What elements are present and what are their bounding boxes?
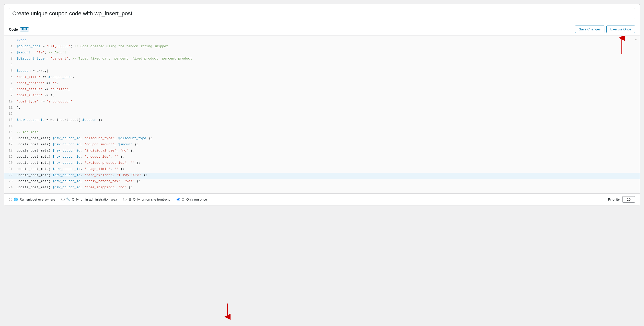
line-content: // Add meta [17,130,640,136]
help-icon[interactable]: ? [635,38,637,43]
line-content: $discount_type = 'percent'; // Type: fix… [17,56,640,62]
run-admin-option[interactable]: 🔧 Only run in administration area [61,197,117,201]
run-once-label: Only run once [186,197,207,201]
run-once-option[interactable]: ⏱ Only run once [177,197,207,201]
line-number: 12 [4,111,17,118]
execute-once-button[interactable]: Execute Once [606,26,635,33]
line-number: 8 [4,87,17,93]
line-number: 20 [4,160,17,167]
line-number: 7 [4,81,17,87]
title-bar [4,4,640,23]
line-content: <?php [17,38,640,44]
code-line-3: 3 $discount_type = 'percent'; // Type: f… [4,56,640,62]
code-line-8: 8 'post_status' => 'publish', [4,87,640,93]
run-everywhere-label: Run snippet everywhere [19,197,55,201]
clock-icon: ⏱ [181,197,185,201]
code-line-7: 7 'post_content' => '', [4,81,640,87]
priority-input[interactable] [622,196,635,203]
code-line-11: 11 ); [4,105,640,111]
run-everywhere-option[interactable]: 🌐 Run snippet everywhere [9,197,55,201]
line-content: update_post_meta( $new_coupon_id, 'apply… [17,179,640,185]
line-content: 'post_author' => 1, [17,93,640,99]
code-line-12: 12 [4,111,640,118]
run-once-radio[interactable] [177,198,180,201]
run-frontend-radio[interactable] [123,198,126,201]
code-section-label: Code PHP [9,27,29,31]
line-number: 18 [4,148,17,154]
line-content: $coupon = array( [17,68,640,75]
line-content: 'post_status' => 'publish', [17,87,640,93]
line-number: 23 [4,179,17,185]
globe-icon: 🌐 [14,197,18,201]
code-line-1: 1 $coupon_code = 'UNIQUECODE'; // Code c… [4,44,640,50]
line-number: 17 [4,142,17,148]
line-number: 3 [4,56,17,62]
code-line-21: 21 update_post_meta( $new_coupon_id, 'us… [4,167,640,173]
line-content: update_post_meta( $new_coupon_id, 'usage… [17,167,640,173]
line-number: 24 [4,185,17,191]
header-buttons: Save Changes Execute Once [575,26,635,33]
line-content [17,111,640,118]
run-admin-radio[interactable] [61,198,65,201]
line-content: update_post_meta( $new_coupon_id, 'date_… [17,173,640,179]
save-changes-button[interactable]: Save Changes [575,26,604,33]
code-line-23: 23 update_post_meta( $new_coupon_id, 'ap… [4,179,640,185]
code-line-2: 2 $amount = '10'; // Amount [4,50,640,56]
run-admin-label: Only run in administration area [72,197,117,201]
code-line-22: 22 update_post_meta( $new_coupon_id, 'da… [4,173,640,179]
code-line-18: 18 update_post_meta( $new_coupon_id, 'in… [4,148,640,154]
line-number: 6 [4,75,17,81]
line-content: update_post_meta( $new_coupon_id, 'free_… [17,185,640,191]
code-line-php: <?php [4,38,640,44]
line-content: update_post_meta( $new_coupon_id, 'indiv… [17,148,640,154]
code-line-9: 9 'post_author' => 1, [4,93,640,99]
line-number: 10 [4,99,17,105]
run-everywhere-radio[interactable] [9,198,12,201]
line-content: $new_coupon_id = wp_insert_post( $coupon… [17,118,640,124]
line-content [17,124,640,130]
code-line-16: 16 update_post_meta( $new_coupon_id, 'di… [4,136,640,142]
code-line-19: 19 update_post_meta( $new_coupon_id, 'pr… [4,154,640,160]
line-content: $coupon_code = 'UNIQUECODE'; // Code cre… [17,44,640,50]
code-line-15: 15 // Add meta [4,130,640,136]
line-content: update_post_meta( $new_coupon_id, 'coupo… [17,142,640,148]
line-number: 16 [4,136,17,142]
line-number: 5 [4,68,17,75]
line-number: 2 [4,50,17,56]
line-number: 14 [4,124,17,130]
line-number: 15 [4,130,17,136]
line-content: update_post_meta( $new_coupon_id, 'produ… [17,154,640,160]
line-number: 11 [4,105,17,111]
php-badge: PHP [20,27,29,31]
code-line-10: 10 'post_type' => 'shop_coupon' [4,99,640,105]
code-line-14: 14 [4,124,640,130]
code-line-20: 20 update_post_meta( $new_coupon_id, 'ex… [4,160,640,167]
desktop-icon: 🖥 [128,197,131,201]
run-options-group: 🌐 Run snippet everywhere 🔧 Only run in a… [9,197,207,201]
snippet-title-input[interactable] [9,8,635,19]
code-editor[interactable]: <?php 1 $coupon_code = 'UNIQUECODE'; // … [4,36,640,193]
priority-label: Priority [608,197,620,201]
code-line-24: 24 update_post_meta( $new_coupon_id, 'fr… [4,185,640,191]
code-line-13: 13 $new_coupon_id = wp_insert_post( $cou… [4,118,640,124]
run-frontend-label: Only run on site front-end [133,197,170,201]
line-content: 'post_content' => '', [17,81,640,87]
line-number: 9 [4,93,17,99]
code-line-6: 6 'post_title' => $coupon_code, [4,75,640,81]
run-frontend-option[interactable]: 🖥 Only run on site front-end [123,197,170,201]
code-line-5: 5 $coupon = array( [4,68,640,75]
line-number: 13 [4,118,17,124]
line-content: $amount = '10'; // Amount [17,50,640,56]
line-content [17,62,640,68]
line-content: 'post_title' => $coupon_code, [17,75,640,81]
line-content: update_post_meta( $new_coupon_id, 'disco… [17,136,640,142]
line-number: 22 [4,173,17,179]
line-number: 19 [4,154,17,160]
code-line-4: 4 [4,62,640,68]
line-number: 1 [4,44,17,50]
line-content: 'post_type' => 'shop_coupon' [17,99,640,105]
code-label-text: Code [9,27,18,31]
line-content: ); [17,105,640,111]
wrench-icon: 🔧 [66,197,70,201]
main-container: Code PHP Save Changes Execute Once <?php… [4,4,640,205]
